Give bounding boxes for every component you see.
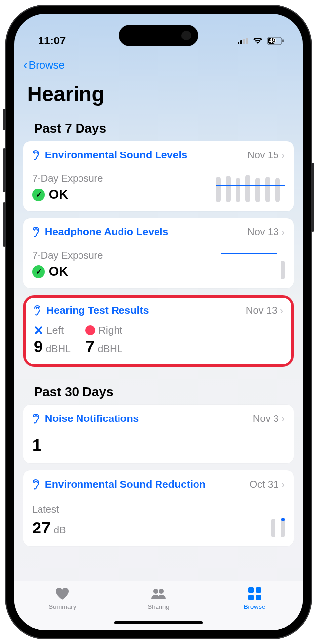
reduction-unit: dB xyxy=(54,525,66,536)
ear-icon xyxy=(32,227,41,237)
left-label: Left xyxy=(46,324,64,336)
checkmark-icon: ✓ xyxy=(32,265,45,278)
card-date: Nov 13 xyxy=(247,227,278,238)
exposure-label: 7-Day Exposure xyxy=(32,250,214,261)
card-title-text: Headphone Audio Levels xyxy=(45,226,168,238)
svg-rect-3 xyxy=(246,38,248,44)
card-environmental-sound[interactable]: Environmental Sound Levels Nov 15 › 7-Da… xyxy=(23,141,294,211)
chevron-right-icon: › xyxy=(281,150,285,161)
chevron-right-icon: › xyxy=(281,413,285,424)
chevron-left-icon: ‹ xyxy=(23,57,28,73)
card-title-text: Noise Notifications xyxy=(45,413,139,424)
chevron-right-icon: › xyxy=(281,479,285,490)
ear-icon xyxy=(34,305,42,316)
svg-rect-2 xyxy=(243,39,245,44)
device-notch xyxy=(119,25,198,46)
left-unit: dBHL xyxy=(46,343,71,355)
right-value: 7 xyxy=(85,337,95,356)
latest-label: Latest xyxy=(32,504,66,515)
section-header-past30: Past 30 Days xyxy=(21,374,296,405)
svg-rect-11 xyxy=(248,595,254,600)
card-title-text: Environmental Sound Reduction xyxy=(45,478,206,490)
grid-icon xyxy=(246,586,263,601)
ear-icon xyxy=(32,413,41,424)
content-scroll[interactable]: Past 7 Days Environmental Sound Levels N… xyxy=(14,110,303,581)
status-time: 11:07 xyxy=(38,35,66,47)
sparkline-chart xyxy=(216,173,285,202)
card-date: Oct 31 xyxy=(249,479,278,490)
status-ok: OK xyxy=(49,264,68,279)
tab-label: Summary xyxy=(49,603,77,610)
tab-sharing[interactable]: Sharing xyxy=(115,586,201,610)
circle-icon xyxy=(85,325,95,335)
sparkline-chart xyxy=(221,250,285,279)
svg-rect-0 xyxy=(238,42,239,44)
x-icon xyxy=(34,325,43,335)
card-title-text: Hearing Test Results xyxy=(46,304,149,316)
card-title-text: Environmental Sound Levels xyxy=(45,149,187,161)
tab-browse[interactable]: Browse xyxy=(211,586,298,610)
back-nav[interactable]: ‹ Browse xyxy=(14,48,303,73)
chevron-right-icon: › xyxy=(281,227,285,238)
card-hearing-test[interactable]: Hearing Test Results Nov 13 › Left xyxy=(23,295,294,367)
svg-point-8 xyxy=(159,589,164,594)
left-value: 9 xyxy=(34,337,43,356)
exposure-label: 7-Day Exposure xyxy=(32,173,209,184)
svg-point-7 xyxy=(153,589,158,594)
card-sound-reduction[interactable]: Environmental Sound Reduction Oct 31 › L… xyxy=(23,470,294,546)
ear-icon xyxy=(32,150,41,160)
right-unit: dBHL xyxy=(98,343,122,355)
tab-label: Sharing xyxy=(148,603,170,610)
noise-count: 1 xyxy=(32,435,285,455)
back-label: Browse xyxy=(29,59,65,72)
card-date: Nov 15 xyxy=(247,150,278,161)
tab-summary[interactable]: Summary xyxy=(19,586,106,610)
status-ok: OK xyxy=(49,187,68,202)
svg-rect-9 xyxy=(248,587,254,593)
card-date: Nov 13 xyxy=(246,305,277,316)
sparkline-chart xyxy=(271,516,285,537)
card-noise-notifications[interactable]: Noise Notifications Nov 3 › 1 xyxy=(23,405,294,463)
chevron-right-icon: › xyxy=(280,305,283,316)
cellular-icon xyxy=(238,35,248,47)
right-ear-result: Right 7 dBHL xyxy=(85,324,122,356)
home-indicator[interactable] xyxy=(114,621,203,624)
right-label: Right xyxy=(98,324,122,336)
tab-label: Browse xyxy=(244,603,265,610)
section-header-past7: Past 7 Days xyxy=(21,110,296,141)
reduction-value: 27 xyxy=(32,518,51,537)
battery-icon: 49 xyxy=(267,37,284,45)
wifi-icon xyxy=(252,35,263,47)
svg-rect-6 xyxy=(282,39,284,42)
card-date: Nov 3 xyxy=(253,413,278,424)
page-title: Hearing xyxy=(14,73,303,110)
left-ear-result: Left 9 dBHL xyxy=(34,324,71,356)
checkmark-icon: ✓ xyxy=(32,189,45,201)
card-headphone-audio[interactable]: Headphone Audio Levels Nov 13 › 7-Day Ex… xyxy=(23,218,294,288)
people-icon xyxy=(150,586,167,601)
svg-rect-1 xyxy=(240,40,242,44)
ear-icon xyxy=(32,479,41,490)
heart-icon xyxy=(54,586,71,601)
svg-rect-10 xyxy=(256,587,261,593)
svg-rect-12 xyxy=(256,595,261,600)
